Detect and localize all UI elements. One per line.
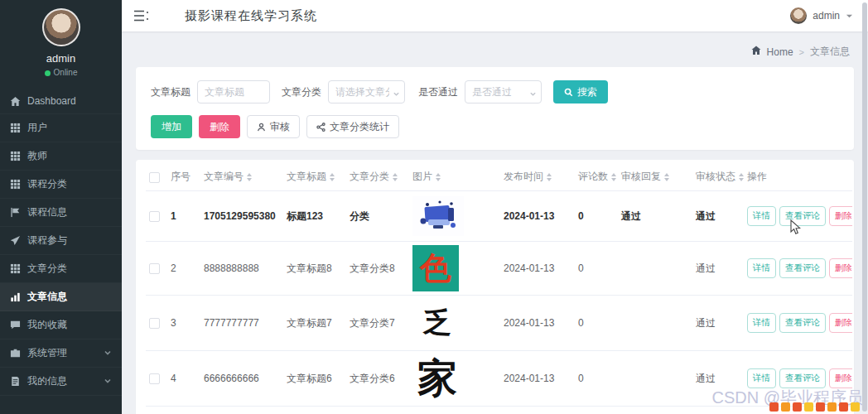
detail-button[interactable]: 详情 <box>747 368 776 388</box>
sidebar-item-文章分类[interactable]: 文章分类 <box>0 255 122 283</box>
article-image[interactable]: 家 <box>412 354 462 402</box>
table-header-row: 序号文章编号文章标题文章分类图片发布时间评论数审核回复审核状态操作 <box>146 163 852 191</box>
sort-icon[interactable] <box>739 173 744 181</box>
column-header[interactable]: 文章编号 <box>200 163 283 191</box>
column-header-label: 评论数 <box>578 170 608 184</box>
row-delete-button[interactable]: 删除 <box>829 206 852 226</box>
sort-icon[interactable] <box>436 173 441 181</box>
row-checkbox[interactable] <box>149 211 160 222</box>
column-header[interactable]: 审核回复 <box>618 163 692 191</box>
watermark-badge-icon <box>827 402 837 412</box>
sidebar: admin Online Dashboard用户教师课程分类课程信息课程参与文章… <box>0 0 122 414</box>
sidebar-item-Dashboard[interactable]: Dashboard <box>0 89 122 114</box>
breadcrumb-home[interactable]: Home <box>767 46 793 58</box>
search-icon <box>564 88 573 97</box>
sort-icon[interactable] <box>611 173 616 181</box>
view-comments-button[interactable]: 查看评论 <box>779 368 826 388</box>
file-icon <box>10 376 21 387</box>
pass-filter-select[interactable]: 是否通过 <box>465 80 542 104</box>
row-delete-button[interactable]: 删除 <box>829 258 852 278</box>
sort-icon[interactable] <box>393 173 398 181</box>
share-icon <box>316 123 326 132</box>
watermark-badge-icon <box>793 402 802 412</box>
title-filter-label: 文章标题 <box>151 85 190 99</box>
sort-icon[interactable] <box>330 173 335 181</box>
select-all-checkbox[interactable] <box>149 172 160 183</box>
mouse-cursor <box>790 219 801 238</box>
cell-index: 2 <box>167 242 200 296</box>
sidebar-item-课程参与[interactable]: 课程参与 <box>0 227 122 255</box>
row-checkbox[interactable] <box>149 318 160 329</box>
sort-icon[interactable] <box>664 173 669 181</box>
cell-index: 1 <box>167 191 200 242</box>
cell-date: 2024-01-13 <box>500 296 575 351</box>
cell-review-reply <box>618 242 692 296</box>
row-checkbox[interactable] <box>149 373 160 384</box>
user-menu[interactable]: admin <box>790 7 853 24</box>
column-header[interactable]: 评论数 <box>575 163 618 191</box>
column-header[interactable]: 审核状态 <box>692 163 744 191</box>
sidebar-item-课程信息[interactable]: 课程信息 <box>0 199 122 227</box>
column-header: 操作 <box>744 163 852 191</box>
add-button[interactable]: 增加 <box>151 115 192 138</box>
article-image[interactable] <box>412 196 464 236</box>
sort-icon[interactable] <box>547 173 552 181</box>
home-icon <box>10 96 21 107</box>
top-header: 摄影课程在线学习系统 admin <box>122 0 868 31</box>
search-row: 文章标题 文章分类 请选择文章分类 是否通过 是否通过 搜索 <box>151 80 839 104</box>
filter-panel: 文章标题 文章分类 请选择文章分类 是否通过 是否通过 搜索 <box>136 67 854 150</box>
watermark-badge-icon <box>781 402 790 412</box>
cell-comments: 0 <box>575 407 618 414</box>
page-root: admin Online Dashboard用户教师课程分类课程信息课程参与文章… <box>0 0 868 414</box>
watermark: CSDN @毕业程序员 <box>711 387 863 412</box>
pass-select-placeholder: 是否通过 <box>472 85 512 99</box>
profile-status: Online <box>0 68 122 77</box>
row-checkbox[interactable] <box>149 263 160 274</box>
sort-icon[interactable] <box>247 173 252 181</box>
title-filter-input[interactable] <box>197 80 270 104</box>
sidebar-item-我的信息[interactable]: 我的信息 <box>0 368 122 396</box>
detail-button[interactable]: 详情 <box>747 206 776 226</box>
column-header[interactable]: 发布时间 <box>500 163 575 191</box>
sidebar-toggle-icon[interactable] <box>133 9 150 22</box>
cell-comments: 0 <box>575 296 618 351</box>
grid-icon <box>10 179 21 190</box>
sidebar-item-教师[interactable]: 教师 <box>0 142 122 171</box>
delete-button[interactable]: 删除 <box>199 115 240 138</box>
column-header[interactable]: 图片 <box>409 163 500 191</box>
breadcrumb-current: 文章信息 <box>810 45 850 59</box>
view-comments-button[interactable]: 查看评论 <box>779 206 826 226</box>
sidebar-item-课程分类[interactable]: 课程分类 <box>0 171 122 199</box>
row-delete-button[interactable]: 删除 <box>829 313 852 333</box>
article-image[interactable]: 乏 <box>412 299 462 347</box>
header-username: admin <box>813 10 840 22</box>
vertical-scrollbar[interactable] <box>862 2 867 412</box>
cell-image: 色 <box>409 242 500 296</box>
watermark-badge-icon <box>851 402 860 412</box>
category-filter-select[interactable]: 请选择文章分类 <box>328 80 405 104</box>
column-header[interactable]: 文章标题 <box>283 163 346 191</box>
column-header[interactable]: 文章分类 <box>346 163 409 191</box>
article-image[interactable]: 乏 <box>412 410 462 414</box>
cell-comments: 0 <box>575 351 618 407</box>
cell-image: 乏 <box>409 407 500 414</box>
cell-date: 2024-01-13 <box>500 242 575 296</box>
review-button[interactable]: 审核 <box>247 115 300 138</box>
row-delete-button[interactable]: 删除 <box>829 368 852 388</box>
detail-button[interactable]: 详情 <box>747 313 776 333</box>
article-image[interactable]: 色 <box>412 245 459 291</box>
cell-article-id: 7777777777 <box>200 296 283 351</box>
search-button[interactable]: 搜索 <box>553 80 608 104</box>
sidebar-item-用户[interactable]: 用户 <box>0 114 122 142</box>
article-table-panel: 序号文章编号文章标题文章分类图片发布时间评论数审核回复审核状态操作 1 1705… <box>136 160 854 414</box>
sidebar-item-我的收藏[interactable]: 我的收藏 <box>0 311 122 339</box>
view-comments-button[interactable]: 查看评论 <box>779 258 826 278</box>
sidebar-item-文章信息[interactable]: 文章信息 <box>0 283 122 311</box>
cell-article-id: 5555555555 <box>200 407 283 414</box>
cell-review-reply: 通过 <box>618 191 692 242</box>
category-stats-button[interactable]: 文章分类统计 <box>306 115 399 138</box>
detail-button[interactable]: 详情 <box>747 258 776 278</box>
home-icon <box>751 46 761 58</box>
sidebar-item-系统管理[interactable]: 系统管理 <box>0 339 122 368</box>
view-comments-button[interactable]: 查看评论 <box>779 313 826 333</box>
